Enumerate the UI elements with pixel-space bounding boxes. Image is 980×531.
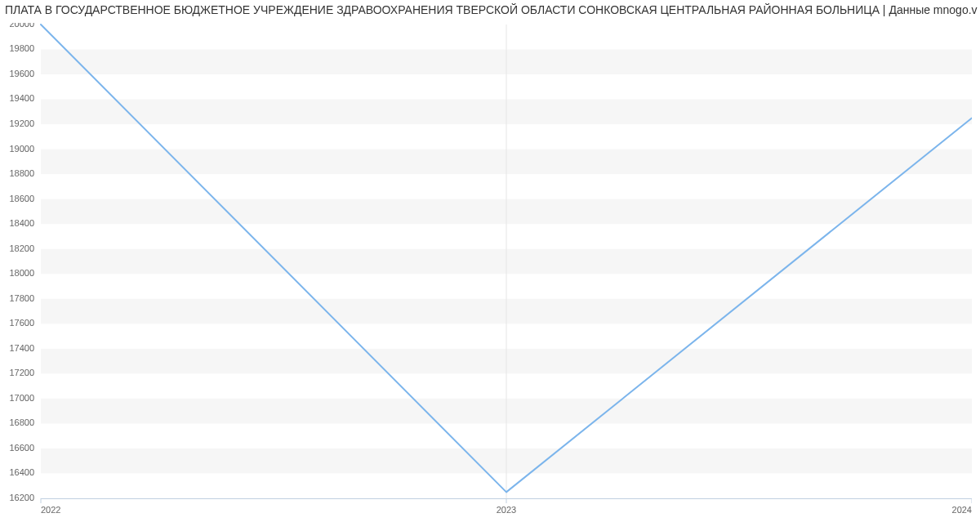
y-tick-label: 16600 [9, 443, 34, 453]
y-tick-label: 19800 [9, 43, 34, 53]
y-tick-label: 19400 [9, 93, 34, 103]
y-tick-label: 19600 [9, 69, 34, 78]
chart-container: ПЛАТА В ГОСУДАРСТВЕННОЕ БЮДЖЕТНОЕ УЧРЕЖД… [0, 0, 980, 531]
y-tick-label: 18800 [9, 168, 34, 178]
y-tick-label: 17600 [9, 318, 34, 328]
y-tick-label: 16800 [9, 417, 34, 427]
chart-svg: 1620016400166001680017000172001740017600… [2, 23, 972, 523]
y-tick-label: 16400 [9, 467, 34, 477]
y-tick-label: 18200 [9, 243, 34, 253]
chart-plot-area: 1620016400166001680017000172001740017600… [2, 23, 972, 497]
y-tick-label: 18400 [9, 218, 34, 228]
y-tick-label: 19000 [9, 144, 34, 154]
y-tick-label: 18600 [9, 194, 34, 203]
x-tick-label: 2023 [497, 505, 516, 515]
y-tick-label: 18000 [9, 268, 34, 278]
x-tick-label: 2024 [952, 505, 972, 515]
y-tick-label: 17800 [9, 293, 34, 303]
y-tick-label: 20000 [9, 23, 34, 29]
y-tick-label: 17000 [9, 393, 34, 403]
y-tick-label: 17400 [9, 343, 34, 353]
x-tick-label: 2022 [41, 505, 60, 515]
y-tick-label: 16200 [9, 493, 34, 502]
y-tick-label: 19200 [9, 118, 34, 128]
y-tick-label: 17200 [9, 368, 34, 377]
chart-title: ПЛАТА В ГОСУДАРСТВЕННОЕ БЮДЖЕТНОЕ УЧРЕЖД… [0, 3, 980, 16]
